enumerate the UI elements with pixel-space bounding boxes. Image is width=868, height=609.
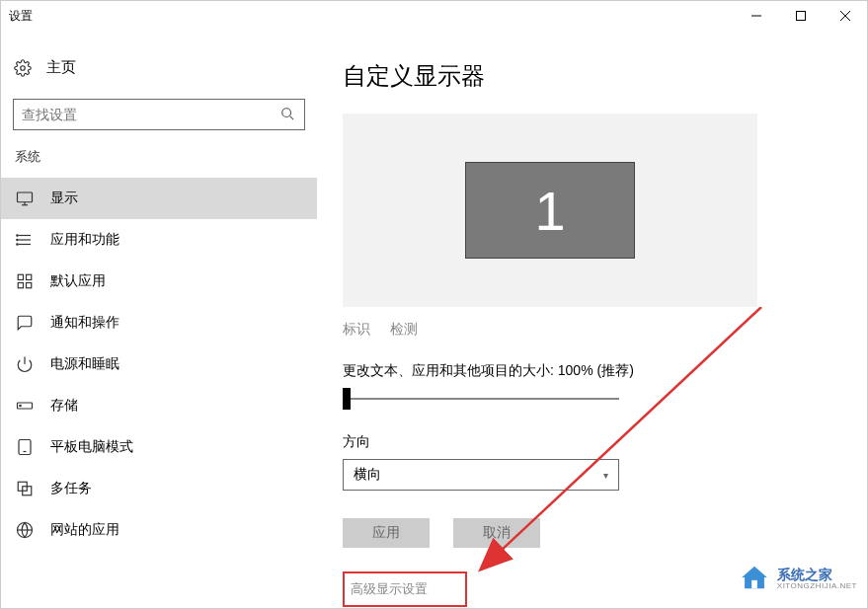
svg-rect-17	[27, 274, 32, 279]
gear-icon	[13, 59, 33, 77]
nav-item-power[interactable]: 电源和睡眠	[1, 343, 317, 385]
globe-icon	[15, 521, 35, 539]
scale-label: 更改文本、应用和其他项目的大小: 100% (推荐)	[343, 362, 867, 380]
nav-item-storage[interactable]: 存储	[1, 385, 317, 426]
svg-rect-19	[27, 283, 32, 288]
svg-rect-32	[751, 580, 757, 589]
identify-link[interactable]: 标识	[343, 321, 370, 339]
slider-thumb[interactable]	[343, 388, 351, 410]
nav-item-notifications[interactable]: 通知和操作	[1, 302, 317, 343]
list-icon	[15, 231, 35, 249]
maximize-button[interactable]	[778, 1, 823, 31]
detect-link[interactable]: 检测	[390, 321, 418, 339]
layers-icon	[15, 480, 35, 497]
svg-rect-1	[796, 12, 805, 21]
nav-item-multitask[interactable]: 多任务	[1, 468, 317, 509]
house-icon	[738, 563, 771, 596]
close-button[interactable]	[823, 1, 867, 31]
home-button[interactable]: 主页	[1, 50, 317, 85]
svg-line-6	[290, 116, 294, 120]
nav-label: 平板电脑模式	[50, 438, 133, 456]
slider-track	[343, 398, 619, 400]
nav-label: 通知和操作	[50, 314, 119, 332]
section-label: 系统	[1, 148, 317, 166]
svg-rect-7	[18, 192, 33, 202]
watermark: 系统之家 XITONGZHIJIA.NET	[738, 563, 857, 596]
titlebar: 设置	[1, 1, 867, 31]
advanced-display-link[interactable]: 高级显示设置	[343, 571, 467, 607]
nav-item-apps[interactable]: 应用和功能	[1, 219, 317, 261]
home-label: 主页	[46, 58, 76, 77]
nav-label: 存储	[50, 397, 78, 415]
nav-item-display[interactable]: 显示	[1, 178, 317, 219]
svg-point-5	[282, 109, 291, 117]
nav-item-tablet[interactable]: 平板电脑模式	[1, 426, 317, 468]
svg-point-15	[17, 244, 19, 246]
power-icon	[15, 355, 35, 373]
svg-point-22	[20, 405, 22, 407]
search-icon	[280, 107, 296, 122]
drive-icon	[15, 397, 35, 415]
watermark-name: 系统之家	[777, 568, 857, 582]
apply-button[interactable]: 应用	[343, 518, 430, 548]
grid-icon	[15, 272, 35, 290]
nav-item-web-apps[interactable]: 网站的应用	[1, 509, 317, 551]
nav-label: 默认应用	[50, 272, 106, 290]
monitor-number: 1	[534, 179, 565, 243]
nav-label: 多任务	[50, 480, 92, 497]
message-icon	[15, 314, 35, 332]
svg-rect-18	[18, 283, 23, 288]
monitor-1[interactable]: 1	[465, 162, 635, 259]
sidebar: 主页 系统 显示 应用和功能 默认应用 通知和操作 电源和睡眠	[1, 31, 317, 608]
monitor-icon	[15, 190, 35, 207]
cancel-button[interactable]: 取消	[453, 518, 540, 548]
content-pane: 自定义显示器 1 标识 检测 更改文本、应用和其他项目的大小: 100% (推荐…	[317, 31, 867, 608]
minimize-button[interactable]	[734, 1, 778, 31]
nav-label: 网站的应用	[50, 521, 119, 539]
nav-label: 显示	[50, 190, 78, 207]
display-preview[interactable]: 1	[343, 114, 757, 307]
nav-label: 电源和睡眠	[50, 355, 119, 373]
svg-point-13	[17, 235, 19, 237]
chevron-down-icon: ▾	[603, 470, 608, 481]
orientation-value: 横向	[354, 466, 381, 484]
nav-item-default-apps[interactable]: 默认应用	[1, 261, 317, 302]
window-title: 设置	[9, 8, 33, 25]
search-input-wrap[interactable]	[13, 99, 305, 130]
svg-rect-16	[18, 274, 23, 279]
svg-rect-23	[19, 440, 31, 455]
svg-point-14	[17, 239, 19, 241]
page-heading: 自定义显示器	[343, 60, 867, 92]
nav-label: 应用和功能	[50, 231, 119, 249]
orientation-label: 方向	[343, 433, 867, 451]
watermark-url: XITONGZHIJIA.NET	[777, 582, 857, 591]
svg-point-4	[21, 65, 26, 70]
tablet-icon	[15, 438, 35, 456]
search-input[interactable]	[22, 107, 280, 122]
orientation-select[interactable]: 横向 ▾	[343, 459, 619, 491]
scale-slider[interactable]	[343, 392, 619, 406]
